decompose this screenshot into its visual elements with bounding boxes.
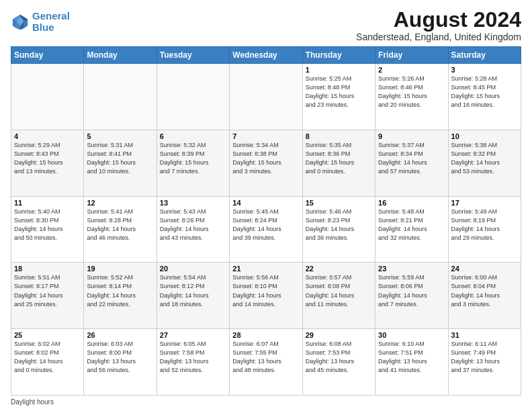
day-number: 14 xyxy=(232,199,299,207)
day-number: 27 xyxy=(160,331,226,339)
day-number: 6 xyxy=(160,132,226,140)
logo-text: General Blue xyxy=(32,11,70,33)
day-info: Sunrise: 5:26 AM Sunset: 8:46 PM Dayligh… xyxy=(378,75,445,109)
week-row-1: 1Sunrise: 5:25 AM Sunset: 8:48 PM Daylig… xyxy=(11,64,521,130)
day-info: Sunrise: 6:02 AM Sunset: 8:02 PM Dayligh… xyxy=(14,340,81,375)
day-number: 11 xyxy=(14,199,81,207)
day-info: Sunrise: 5:43 AM Sunset: 8:26 PM Dayligh… xyxy=(160,208,226,242)
day-info: Sunrise: 6:08 AM Sunset: 7:53 PM Dayligh… xyxy=(306,340,372,375)
day-number: 18 xyxy=(14,265,81,273)
day-number: 31 xyxy=(451,331,518,339)
day-info: Sunrise: 6:03 AM Sunset: 8:00 PM Dayligh… xyxy=(87,340,153,375)
day-cell: 22Sunrise: 5:57 AM Sunset: 8:08 PM Dayli… xyxy=(302,263,375,329)
day-info: Sunrise: 6:07 AM Sunset: 7:55 PM Dayligh… xyxy=(232,340,299,375)
day-number: 22 xyxy=(306,265,372,273)
logo-icon xyxy=(11,13,30,32)
day-number: 2 xyxy=(378,66,445,74)
col-header-monday: Monday xyxy=(84,47,157,64)
day-info: Sunrise: 6:11 AM Sunset: 7:49 PM Dayligh… xyxy=(451,340,518,375)
day-cell: 30Sunrise: 6:10 AM Sunset: 7:51 PM Dayli… xyxy=(375,329,448,396)
page: General Blue August 2024 Sanderstead, En… xyxy=(0,0,532,411)
day-info: Sunrise: 5:48 AM Sunset: 8:21 PM Dayligh… xyxy=(378,208,445,242)
col-header-sunday: Sunday xyxy=(11,47,84,64)
day-number: 25 xyxy=(14,331,81,339)
day-info: Sunrise: 5:32 AM Sunset: 8:39 PM Dayligh… xyxy=(160,141,226,176)
day-number: 4 xyxy=(14,132,81,140)
day-info: Sunrise: 5:59 AM Sunset: 8:06 PM Dayligh… xyxy=(378,273,445,308)
day-cell: 17Sunrise: 5:49 AM Sunset: 8:19 PM Dayli… xyxy=(448,196,521,263)
logo: General Blue xyxy=(11,8,70,33)
title-block: August 2024 Sanderstead, England, United… xyxy=(356,8,521,42)
footer-text: Daylight hours xyxy=(11,398,54,406)
day-cell: 28Sunrise: 6:07 AM Sunset: 7:55 PM Dayli… xyxy=(230,329,302,396)
week-row-2: 4Sunrise: 5:29 AM Sunset: 8:43 PM Daylig… xyxy=(11,130,521,196)
day-info: Sunrise: 6:00 AM Sunset: 8:04 PM Dayligh… xyxy=(451,273,518,308)
day-info: Sunrise: 5:37 AM Sunset: 8:34 PM Dayligh… xyxy=(378,141,445,176)
day-info: Sunrise: 5:25 AM Sunset: 8:48 PM Dayligh… xyxy=(306,75,372,109)
day-info: Sunrise: 6:10 AM Sunset: 7:51 PM Dayligh… xyxy=(378,340,445,375)
day-cell: 13Sunrise: 5:43 AM Sunset: 8:26 PM Dayli… xyxy=(157,196,229,263)
day-info: Sunrise: 5:49 AM Sunset: 8:19 PM Dayligh… xyxy=(451,208,518,242)
day-number: 17 xyxy=(451,199,518,207)
day-number: 24 xyxy=(451,265,518,273)
day-number: 26 xyxy=(87,331,153,339)
day-number: 30 xyxy=(378,331,445,339)
day-cell: 20Sunrise: 5:54 AM Sunset: 8:12 PM Dayli… xyxy=(157,263,229,329)
day-number: 1 xyxy=(306,66,372,74)
day-number: 7 xyxy=(232,132,299,140)
day-cell: 27Sunrise: 6:05 AM Sunset: 7:58 PM Dayli… xyxy=(157,329,229,396)
day-cell: 12Sunrise: 5:41 AM Sunset: 8:28 PM Dayli… xyxy=(84,196,157,263)
header: General Blue August 2024 Sanderstead, En… xyxy=(11,8,521,42)
day-cell xyxy=(230,64,302,130)
day-info: Sunrise: 5:45 AM Sunset: 8:24 PM Dayligh… xyxy=(232,208,299,242)
day-cell: 21Sunrise: 5:56 AM Sunset: 8:10 PM Dayli… xyxy=(230,263,302,329)
day-cell: 31Sunrise: 6:11 AM Sunset: 7:49 PM Dayli… xyxy=(448,329,521,396)
day-cell xyxy=(157,64,229,130)
day-number: 3 xyxy=(451,66,518,74)
col-header-friday: Friday xyxy=(375,47,448,64)
col-header-wednesday: Wednesday xyxy=(230,47,302,64)
day-number: 20 xyxy=(160,265,226,273)
day-info: Sunrise: 5:41 AM Sunset: 8:28 PM Dayligh… xyxy=(87,208,153,242)
col-header-tuesday: Tuesday xyxy=(157,47,229,64)
day-cell: 3Sunrise: 5:28 AM Sunset: 8:45 PM Daylig… xyxy=(448,64,521,130)
day-info: Sunrise: 5:51 AM Sunset: 8:17 PM Dayligh… xyxy=(14,273,81,308)
day-info: Sunrise: 5:57 AM Sunset: 8:08 PM Dayligh… xyxy=(306,273,372,308)
day-cell: 15Sunrise: 5:46 AM Sunset: 8:23 PM Dayli… xyxy=(302,196,375,263)
day-number: 15 xyxy=(306,199,372,207)
week-row-3: 11Sunrise: 5:40 AM Sunset: 8:30 PM Dayli… xyxy=(11,196,521,263)
day-cell: 29Sunrise: 6:08 AM Sunset: 7:53 PM Dayli… xyxy=(302,329,375,396)
day-cell: 18Sunrise: 5:51 AM Sunset: 8:17 PM Dayli… xyxy=(11,263,84,329)
day-info: Sunrise: 5:38 AM Sunset: 8:32 PM Dayligh… xyxy=(451,141,518,176)
day-number: 16 xyxy=(378,199,445,207)
day-info: Sunrise: 5:34 AM Sunset: 8:38 PM Dayligh… xyxy=(232,141,299,176)
day-cell xyxy=(84,64,157,130)
day-cell: 11Sunrise: 5:40 AM Sunset: 8:30 PM Dayli… xyxy=(11,196,84,263)
day-cell: 14Sunrise: 5:45 AM Sunset: 8:24 PM Dayli… xyxy=(230,196,302,263)
day-cell: 16Sunrise: 5:48 AM Sunset: 8:21 PM Dayli… xyxy=(375,196,448,263)
day-cell: 6Sunrise: 5:32 AM Sunset: 8:39 PM Daylig… xyxy=(157,130,229,196)
day-number: 28 xyxy=(232,331,299,339)
day-info: Sunrise: 5:56 AM Sunset: 8:10 PM Dayligh… xyxy=(232,273,299,308)
calendar-body: 1Sunrise: 5:25 AM Sunset: 8:48 PM Daylig… xyxy=(11,64,521,396)
day-info: Sunrise: 5:52 AM Sunset: 8:14 PM Dayligh… xyxy=(87,273,153,308)
day-info: Sunrise: 6:05 AM Sunset: 7:58 PM Dayligh… xyxy=(160,340,226,375)
day-cell: 2Sunrise: 5:26 AM Sunset: 8:46 PM Daylig… xyxy=(375,64,448,130)
day-cell: 9Sunrise: 5:37 AM Sunset: 8:34 PM Daylig… xyxy=(375,130,448,196)
day-number: 13 xyxy=(160,199,226,207)
day-info: Sunrise: 5:35 AM Sunset: 8:36 PM Dayligh… xyxy=(306,141,372,176)
day-cell: 8Sunrise: 5:35 AM Sunset: 8:36 PM Daylig… xyxy=(302,130,375,196)
day-info: Sunrise: 5:40 AM Sunset: 8:30 PM Dayligh… xyxy=(14,208,81,242)
footer: Daylight hours xyxy=(11,398,521,406)
header-row: SundayMondayTuesdayWednesdayThursdayFrid… xyxy=(11,47,521,64)
day-cell xyxy=(11,64,84,130)
day-cell: 1Sunrise: 5:25 AM Sunset: 8:48 PM Daylig… xyxy=(302,64,375,130)
day-number: 9 xyxy=(378,132,445,140)
day-number: 10 xyxy=(451,132,518,140)
day-number: 19 xyxy=(87,265,153,273)
day-info: Sunrise: 5:46 AM Sunset: 8:23 PM Dayligh… xyxy=(306,208,372,242)
week-row-4: 18Sunrise: 5:51 AM Sunset: 8:17 PM Dayli… xyxy=(11,263,521,329)
day-info: Sunrise: 5:54 AM Sunset: 8:12 PM Dayligh… xyxy=(160,273,226,308)
day-info: Sunrise: 5:29 AM Sunset: 8:43 PM Dayligh… xyxy=(14,141,81,176)
day-number: 12 xyxy=(87,199,153,207)
